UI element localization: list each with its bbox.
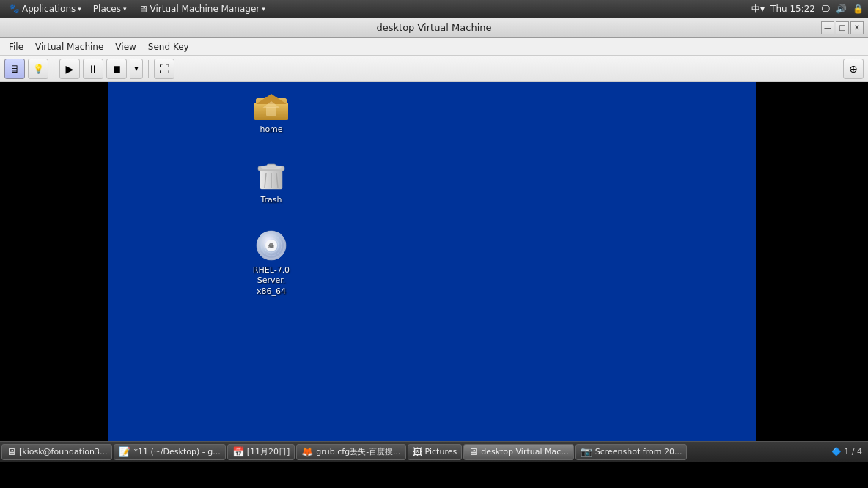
minimize-button[interactable]: —: [821, 21, 834, 34]
fullscreen-button[interactable]: ⛶: [154, 59, 174, 79]
places-label: Places: [93, 4, 121, 14]
vm-sidebar-left: [0, 82, 108, 441]
apps-caret: ▾: [78, 5, 81, 12]
power-dropdown-button[interactable]: ▾: [130, 59, 143, 79]
home-label: home: [249, 125, 294, 135]
vm-window: desktop Virtual Machine — □ ✕ File Virtu…: [0, 18, 868, 488]
applications-label: Applications: [22, 4, 76, 14]
play-icon: ▶: [66, 63, 74, 75]
trash-icon-item[interactable]: Trash: [246, 155, 297, 208]
move-icon: ⊕: [849, 63, 858, 75]
top-bar: 🐾 Applications ▾ Places ▾ 🖥 Virtual Mach…: [0, 0, 868, 18]
network-icon: 🔒: [853, 4, 864, 14]
bulb-button[interactable]: 💡: [28, 59, 48, 79]
vm-manager-icon: 🖥: [139, 4, 148, 15]
vm-manager-caret: ▾: [262, 5, 265, 12]
applications-menu[interactable]: 🐾 Applications ▾: [4, 2, 86, 15]
calendar-icon: 📅: [232, 446, 244, 457]
vm-sidebar-right: [756, 82, 868, 441]
taskbar-terminal[interactable]: 🖥 [kiosk@foundation3...: [1, 444, 112, 460]
trash-label: Trash: [249, 195, 294, 205]
toolbar-separator-2: [148, 60, 149, 78]
terminal-label: [kiosk@foundation3...: [19, 447, 107, 456]
taskbar-screenshot[interactable]: 📷 Screenshot from 20...: [575, 444, 688, 460]
pictures-label: Pictures: [425, 447, 457, 456]
svg-text:DVD: DVD: [268, 245, 275, 248]
places-caret: ▾: [123, 5, 127, 12]
screenshot-label: Screenshot from 20...: [595, 447, 683, 456]
bulb-icon: 💡: [33, 64, 44, 74]
vm-title: desktop Virtual Machine: [376, 22, 491, 33]
view-menu[interactable]: View: [109, 40, 141, 53]
pictures-icon: 🖼: [413, 446, 422, 457]
pager-icon: 🔷: [831, 447, 842, 456]
home-folder-svg: [254, 88, 288, 122]
file-menu[interactable]: File: [3, 40, 29, 53]
fullscreen-icon: ⛶: [159, 63, 169, 75]
taskbar-vm[interactable]: 🖥 desktop Virtual Mac...: [463, 444, 574, 460]
monitor-button[interactable]: 🖥: [4, 59, 25, 79]
stop-button[interactable]: ⏹: [106, 59, 127, 79]
close-button[interactable]: ✕: [850, 21, 864, 34]
vm-taskbar-label: desktop Virtual Mac...: [481, 447, 569, 456]
firefox-label: grub.cfg丢失-百度搜...: [316, 446, 400, 457]
firefox-icon: 🦊: [301, 446, 313, 457]
vm-manager-label: Virtual Machine Manager: [150, 4, 260, 14]
taskbar-calendar[interactable]: 📅 [11月20日]: [227, 444, 295, 460]
vm-window-controls: — □ ✕: [821, 21, 864, 34]
stop-icon: ⏹: [111, 63, 122, 75]
vm-taskbar-icon: 🖥: [468, 446, 478, 457]
send-key-menu[interactable]: Send Key: [142, 40, 195, 53]
monitor-icon: 🖥: [10, 63, 20, 75]
dvd-label: RHEL-7.0 Server. x86_64: [249, 265, 294, 297]
vm-toolbar: 🖥 💡 ▶ ⏸ ⏹ ▾ ⛶ ⊕: [0, 56, 868, 82]
taskbar-editor[interactable]: 📝 *11 (~/Desktop) - g...: [114, 444, 225, 460]
terminal-icon: 🖥: [7, 446, 16, 457]
ime-indicator: 中▾: [751, 3, 765, 15]
screenshot-icon: 📷: [581, 446, 592, 457]
dvd-icon-item[interactable]: DVD RHEL-7.0 Server. x86_64: [246, 226, 297, 300]
screen-icon: 🖵: [821, 4, 830, 14]
virtual-machine-menu[interactable]: Virtual Machine: [29, 40, 109, 53]
vm-content: home: [0, 82, 868, 441]
maximize-button[interactable]: □: [836, 21, 849, 34]
vm-desktop[interactable]: home: [108, 82, 756, 441]
apps-icon: 🐾: [9, 4, 20, 14]
vm-menubar: File Virtual Machine View Send Key: [0, 38, 868, 56]
top-bar-right: 中▾ Thu 15:22 🖵 🔊 🔒: [751, 3, 864, 15]
dvd-svg: DVD: [254, 229, 288, 262]
pager-text: 1 / 4: [844, 447, 862, 456]
calendar-label: [11月20日]: [247, 446, 290, 457]
editor-icon: 📝: [119, 446, 130, 457]
taskbar: 🖥 [kiosk@foundation3... 📝 *11 (~/Desktop…: [0, 441, 868, 462]
vm-manager-menu[interactable]: 🖥 Virtual Machine Manager ▾: [134, 2, 270, 16]
play-button[interactable]: ▶: [59, 59, 80, 79]
top-bar-left: 🐾 Applications ▾ Places ▾ 🖥 Virtual Mach…: [4, 2, 270, 16]
datetime: Thu 15:22: [770, 4, 815, 14]
trash-svg: [254, 158, 288, 192]
taskbar-pictures[interactable]: 🖼 Pictures: [408, 444, 463, 460]
pause-icon: ⏸: [88, 63, 98, 75]
places-menu[interactable]: Places ▾: [89, 2, 131, 15]
home-icon-item[interactable]: home: [246, 85, 297, 138]
fullscreen-right-btn[interactable]: ⊕: [843, 59, 864, 79]
svg-point-15: [261, 165, 282, 169]
toolbar-separator-1: [54, 60, 54, 78]
editor-label: *11 (~/Desktop) - g...: [133, 447, 220, 456]
pause-button[interactable]: ⏸: [83, 59, 103, 79]
taskbar-firefox[interactable]: 🦊 grub.cfg丢失-百度搜...: [296, 444, 405, 460]
dropdown-caret-icon: ▾: [134, 64, 138, 73]
volume-icon: 🔊: [836, 4, 847, 14]
taskbar-pager: 🔷 1 / 4: [827, 447, 867, 456]
vm-titlebar: desktop Virtual Machine — □ ✕: [0, 18, 868, 38]
